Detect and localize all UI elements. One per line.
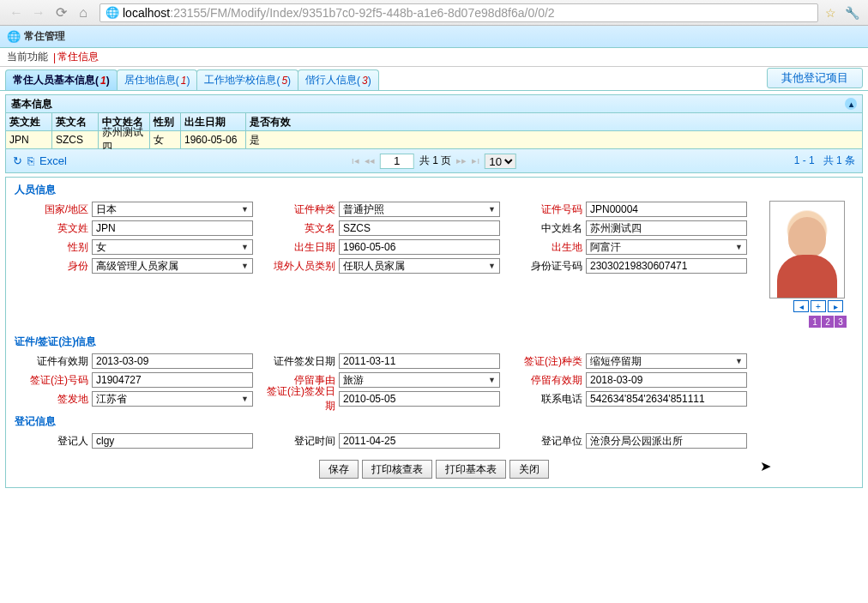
- bookmark-star-icon[interactable]: ☆: [825, 6, 839, 20]
- cert-type-select[interactable]: 普通护照: [339, 202, 500, 217]
- issue-place-select[interactable]: 江苏省: [92, 391, 253, 407]
- reg-person-input[interactable]: clgy: [92, 433, 253, 449]
- first-page-icon[interactable]: ı◂: [352, 155, 359, 166]
- eng-first-input[interactable]: SZCS: [339, 220, 500, 236]
- cert-issue-input[interactable]: 2011-03-11: [339, 353, 500, 369]
- eng-last-input[interactable]: JPN: [92, 220, 253, 236]
- tab-label: 居住地信息: [124, 73, 176, 87]
- photo-page-2[interactable]: 2: [822, 316, 834, 328]
- phone-input[interactable]: 542634'854'2634'851111: [586, 391, 747, 407]
- page-input[interactable]: [380, 154, 414, 169]
- next-page-icon[interactable]: ▸▸: [456, 155, 467, 166]
- photo-image: [769, 201, 845, 298]
- col-valid: 是否有效: [246, 113, 298, 130]
- pager-summary: 1 - 1 共 1 条: [794, 154, 855, 168]
- gender-select[interactable]: 女: [92, 239, 253, 255]
- label-issue-place: 签发地: [13, 392, 92, 407]
- forward-button[interactable]: →: [29, 3, 48, 22]
- cell: 苏州测试四: [99, 131, 150, 148]
- tab-residence[interactable]: 居住地信息(1): [117, 69, 198, 90]
- photo-next-icon[interactable]: ▸: [828, 300, 843, 312]
- save-button[interactable]: 保存: [319, 460, 359, 479]
- url-path: :23155/FM/Modify/Index/9351b7c0-92f5-448…: [170, 6, 554, 20]
- breadcrumb-current: 常住信息: [57, 50, 99, 64]
- tab-accompany[interactable]: 偕行人信息(3): [298, 69, 379, 90]
- cert-fields: 证件有效期2013-03-09 签证(注)号码J1904727 签发地江苏省 证…: [9, 353, 859, 413]
- photo-page-3[interactable]: 3: [835, 316, 847, 328]
- id-no-input[interactable]: 23030219830607471: [586, 258, 747, 274]
- cert-valid-input[interactable]: 2013-03-09: [92, 353, 253, 369]
- visa-issue-input[interactable]: 2010-05-05: [339, 391, 500, 407]
- photo-prev-icon[interactable]: ◂: [793, 300, 809, 312]
- col-birth: 出生日期: [181, 113, 246, 130]
- photo-pager: 1 2 3: [769, 316, 847, 328]
- cert-no-input[interactable]: JPN00004: [586, 202, 747, 217]
- app-icon: 🌐: [7, 30, 21, 43]
- visa-type-select[interactable]: 缩短停留期: [586, 353, 747, 369]
- action-buttons: 保存 打印核查表 打印基本表 关闭: [9, 455, 859, 484]
- print-basic-button[interactable]: 打印基本表: [436, 460, 506, 479]
- export-excel-label[interactable]: Excel: [39, 154, 67, 167]
- section-person-title: 人员信息: [9, 181, 859, 201]
- label-cert-issue: 证件签发日期: [260, 354, 339, 369]
- label-country: 国家/地区: [13, 202, 92, 217]
- print-check-button[interactable]: 打印核查表: [362, 460, 432, 479]
- url-bar[interactable]: 🌐 localhost :23155/FM/Modify/Index/9351b…: [99, 3, 818, 22]
- label-visa-type: 签证(注)种类: [507, 354, 586, 369]
- overseas-select[interactable]: 任职人员家属: [339, 258, 500, 274]
- tab-label: 常住人员基本信息: [13, 73, 95, 87]
- label-birth: 出生日期: [260, 240, 339, 255]
- label-eng-last: 英文姓: [13, 221, 92, 236]
- prev-page-icon[interactable]: ◂◂: [365, 155, 375, 166]
- col-eng-last: 英文姓: [6, 113, 52, 130]
- label-id-no: 身份证号码: [507, 259, 586, 274]
- label-gender: 性别: [13, 240, 92, 255]
- visa-no-input[interactable]: J1904727: [92, 372, 253, 388]
- reload-button[interactable]: ⟳: [51, 3, 70, 22]
- other-register-button[interactable]: 其他登记项目: [767, 68, 863, 88]
- basic-info-grid: 英文姓 英文名 中文姓名 性别 出生日期 是否有效 JPN SZCS 苏州测试四…: [5, 113, 863, 149]
- label-stay-valid: 停留有效期: [507, 373, 586, 388]
- reg-fields: 登记人clgy 登记时间2011-04-25 登记单位沧浪分局公园派出所: [9, 432, 859, 455]
- reg-unit-input[interactable]: 沧浪分局公园派出所: [586, 433, 747, 449]
- last-page-icon[interactable]: ▸ı: [472, 155, 479, 166]
- stay-reason-select[interactable]: 旅游: [339, 372, 500, 388]
- identity-select[interactable]: 高级管理人员家属: [92, 258, 253, 274]
- label-cert-no: 证件号码: [507, 202, 586, 217]
- app-title-bar: 🌐 常住管理: [0, 26, 868, 48]
- section-basic-title: 基本信息: [11, 97, 52, 112]
- page-total: 共 1 页: [419, 154, 451, 168]
- breadcrumb-label: 当前功能: [7, 50, 48, 64]
- tab-basic-info[interactable]: 常住人员基本信息(1): [5, 69, 118, 90]
- photo-add-icon[interactable]: +: [811, 300, 826, 312]
- tab-work-school[interactable]: 工作地学校信息(5): [196, 69, 298, 90]
- tab-label: 工作地学校信息: [204, 73, 276, 87]
- photo-page-1[interactable]: 1: [809, 316, 821, 328]
- label-eng-first: 英文名: [260, 221, 339, 236]
- close-button[interactable]: 关闭: [509, 460, 549, 479]
- app-title: 常住管理: [24, 29, 65, 44]
- label-phone: 联系电话: [507, 392, 586, 407]
- reg-time-input[interactable]: 2011-04-25: [339, 433, 500, 449]
- cn-name-input[interactable]: 苏州测试四: [586, 220, 747, 236]
- collapse-icon[interactable]: ▴: [845, 98, 857, 110]
- tab-label: 偕行人信息: [305, 73, 357, 87]
- col-gender: 性别: [150, 113, 181, 130]
- tab-count: 1: [181, 75, 187, 87]
- label-reg-person: 登记人: [13, 434, 92, 449]
- export-excel-icon[interactable]: ⎘: [27, 154, 34, 167]
- wrench-icon[interactable]: 🔧: [842, 3, 861, 22]
- label-cert-valid: 证件有效期: [13, 354, 92, 369]
- label-reg-time: 登记时间: [260, 434, 339, 449]
- stay-valid-input[interactable]: 2018-03-09: [586, 372, 747, 388]
- birth-place-select[interactable]: 阿富汗: [586, 239, 747, 255]
- back-button[interactable]: ←: [7, 3, 26, 22]
- page-size-select[interactable]: 10: [485, 154, 516, 169]
- home-button[interactable]: ⌂: [74, 3, 93, 22]
- pager-bar: ↻ ⎘ Excel ı◂ ◂◂ 共 1 页 ▸▸ ▸ı 10 1 - 1 共 1…: [5, 149, 863, 173]
- label-reg-unit: 登记单位: [507, 434, 586, 449]
- birth-input[interactable]: 1960-05-06: [339, 239, 500, 255]
- country-select[interactable]: 日本: [92, 202, 253, 217]
- table-row[interactable]: JPN SZCS 苏州测试四 女 1960-05-06 是: [6, 131, 862, 148]
- refresh-icon[interactable]: ↻: [13, 154, 22, 167]
